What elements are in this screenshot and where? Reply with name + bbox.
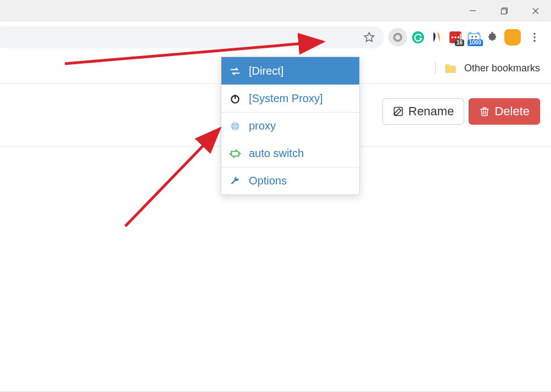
other-bookmarks-label: Other bookmarks (464, 63, 540, 74)
svg-point-14 (475, 36, 477, 37)
popup-item-label: proxy (249, 120, 276, 132)
minimize-icon (469, 7, 476, 14)
popup-item-auto-switch[interactable]: auto switch (221, 139, 359, 167)
chrome-menu-icon[interactable] (525, 30, 544, 45)
svg-point-8 (452, 36, 453, 38)
maximize-icon (500, 7, 508, 15)
edit-icon (393, 106, 404, 117)
popup-item-options[interactable]: Options (221, 167, 359, 194)
popup-item-label: [System Proxy] (249, 92, 322, 105)
profile-avatar[interactable] (504, 29, 521, 46)
similarweb-icon[interactable] (429, 30, 444, 45)
delete-button[interactable]: Delete (469, 98, 540, 125)
window-maximize-button[interactable] (488, 0, 520, 21)
power-icon (229, 93, 241, 105)
transfer-icon (229, 65, 241, 77)
popup-item-system-proxy[interactable]: [System Proxy] (221, 85, 359, 112)
switchyomega-popup: [Direct] [System Proxy] proxy auto switc… (221, 57, 360, 195)
svg-point-13 (471, 36, 473, 37)
lastpass-icon[interactable]: 16 (448, 30, 463, 45)
folder-icon (444, 63, 457, 74)
bookmarks-divider (435, 61, 436, 75)
browser-toolbar: 16 1000 (0, 21, 551, 53)
fatkun-badge: 1000 (467, 40, 483, 46)
fatkun-icon[interactable]: 1000 (466, 30, 482, 45)
popup-item-label: auto switch (249, 147, 304, 160)
svg-rect-18 (394, 108, 403, 116)
svg-point-16 (533, 36, 536, 38)
delete-button-label: Delete (494, 104, 530, 119)
globe-icon (229, 120, 241, 132)
rename-button-label: Rename (408, 104, 454, 119)
svg-point-5 (394, 33, 402, 41)
lastpass-badge: 16 (455, 40, 464, 46)
svg-point-17 (533, 40, 536, 42)
popup-item-direct[interactable]: [Direct] (221, 57, 359, 85)
trash-icon (479, 105, 490, 117)
extensions-strip: 16 1000 (386, 28, 547, 47)
svg-rect-2 (501, 9, 506, 14)
grammarly-icon[interactable] (410, 30, 426, 45)
page-action-row: Rename Delete (382, 98, 540, 125)
window-close-button[interactable] (520, 0, 551, 21)
popup-item-proxy[interactable]: proxy (221, 112, 359, 139)
svg-point-15 (533, 32, 536, 35)
svg-point-9 (454, 36, 456, 38)
switchyomega-icon[interactable] (388, 28, 407, 47)
window-titlebar (0, 0, 551, 21)
popup-item-label: Options (249, 175, 287, 187)
window-minimize-button[interactable] (457, 0, 488, 21)
svg-point-10 (458, 36, 459, 38)
wrench-icon (229, 175, 241, 187)
close-icon (532, 7, 539, 15)
extensions-puzzle-icon[interactable] (485, 30, 500, 45)
address-bar[interactable] (0, 26, 384, 48)
retweet-icon (229, 148, 241, 160)
bookmark-star-icon[interactable] (363, 31, 375, 43)
other-bookmarks-button[interactable]: Other bookmarks (444, 63, 540, 74)
popup-item-label: [Direct] (249, 65, 283, 77)
rename-button[interactable]: Rename (382, 98, 464, 125)
